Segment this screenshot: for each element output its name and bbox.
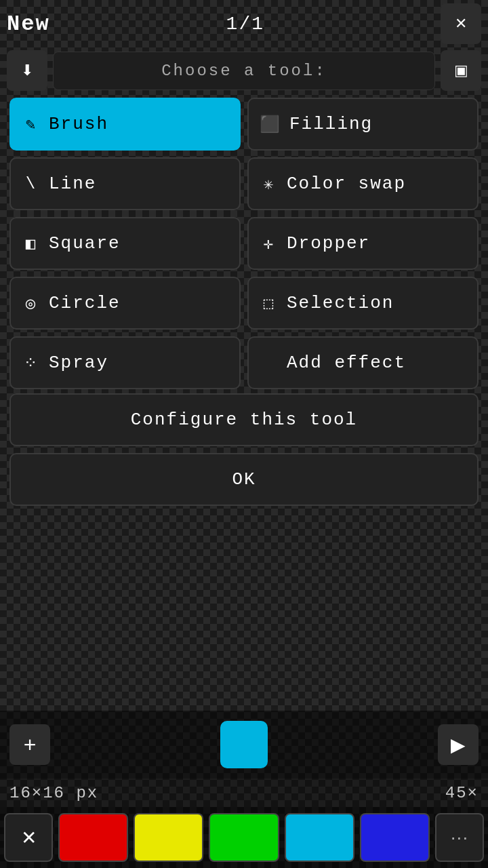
- palette-color-cyan[interactable]: [285, 813, 354, 862]
- spray-icon: ⁘: [22, 353, 41, 373]
- palette-more-button[interactable]: ···: [435, 813, 484, 862]
- choose-tool-label: Choose a tool:: [53, 52, 435, 90]
- configure-tool-button[interactable]: Configure this tool: [9, 393, 479, 446]
- color-swap-icon: ✳: [260, 174, 279, 194]
- dropper-icon: ✛: [260, 234, 279, 254]
- palette-color-green[interactable]: [209, 813, 279, 862]
- download-icon: ⬇: [21, 62, 33, 79]
- palette-close-icon: ✕: [21, 827, 37, 849]
- active-color-swatch[interactable]: [220, 721, 268, 768]
- line-icon: \: [22, 175, 41, 193]
- print-button[interactable]: ▣: [441, 50, 481, 91]
- page-indicator: 1/1: [226, 14, 264, 35]
- palette-close-button[interactable]: ✕: [4, 813, 53, 862]
- tool-line[interactable]: \ Line: [9, 157, 241, 210]
- play-icon: ▶: [451, 734, 466, 756]
- tool-grid: ✎ Brush ⬛ Filling \ Line ✳ Color swap ◧ …: [9, 98, 479, 389]
- wide-buttons: Configure this tool OK: [0, 393, 488, 506]
- circle-icon: ◎: [22, 294, 41, 313]
- close-button[interactable]: ✕: [441, 3, 481, 44]
- tool-dropper[interactable]: ✛ Dropper: [247, 217, 479, 270]
- palette-more-icon: ···: [451, 827, 468, 848]
- top-bar: New 1/1 ✕: [0, 0, 488, 47]
- bottom-toolbar: + ▶: [0, 711, 488, 778]
- tool-filling-label: Filling: [289, 114, 373, 134]
- tool-filling[interactable]: ⬛ Filling: [247, 98, 479, 151]
- palette-color-blue[interactable]: [360, 813, 430, 862]
- tool-circle-label: Circle: [49, 293, 121, 313]
- size-bar: 16×16 px 45×: [0, 778, 488, 807]
- download-button[interactable]: ⬇: [7, 50, 47, 91]
- tool-grid-container: ✎ Brush ⬛ Filling \ Line ✳ Color swap ◧ …: [0, 94, 488, 393]
- filling-icon: ⬛: [260, 115, 281, 134]
- close-icon: ✕: [455, 15, 467, 33]
- square-icon: ◧: [22, 234, 41, 254]
- second-bar: ⬇ Choose a tool: ▣: [0, 47, 488, 94]
- tool-dropper-label: Dropper: [287, 233, 370, 254]
- page-title: New: [7, 12, 50, 37]
- tool-brush-label: Brush: [49, 114, 108, 134]
- canvas-size-label: 16×16 px: [9, 784, 98, 802]
- canvas-area: [0, 513, 488, 711]
- tool-line-label: Line: [49, 174, 96, 194]
- tool-spray[interactable]: ⁘ Spray: [9, 336, 241, 389]
- tool-spray-label: Spray: [49, 353, 108, 373]
- brush-icon: ✎: [22, 115, 41, 134]
- tool-selection[interactable]: ⬚ Selection: [247, 277, 479, 330]
- tool-square[interactable]: ◧ Square: [9, 217, 241, 270]
- tool-add-effect[interactable]: Add effect: [247, 336, 479, 389]
- selection-icon: ⬚: [260, 294, 279, 313]
- palette-bar: ✕ ···: [0, 807, 488, 868]
- palette-color-red[interactable]: [58, 813, 128, 862]
- tool-add-effect-label: Add effect: [287, 353, 406, 373]
- tool-selection-label: Selection: [287, 293, 394, 313]
- add-layer-button[interactable]: +: [9, 724, 50, 765]
- play-button[interactable]: ▶: [438, 724, 479, 765]
- tool-brush[interactable]: ✎ Brush: [9, 98, 241, 151]
- zoom-level-label: 45×: [445, 784, 479, 802]
- ok-button[interactable]: OK: [9, 453, 479, 506]
- tool-color-swap[interactable]: ✳ Color swap: [247, 157, 479, 210]
- palette-color-yellow[interactable]: [134, 813, 203, 862]
- tool-circle[interactable]: ◎ Circle: [9, 277, 241, 330]
- add-icon: +: [24, 732, 37, 757]
- print-icon: ▣: [454, 62, 468, 79]
- tool-color-swap-label: Color swap: [287, 174, 406, 194]
- tool-square-label: Square: [49, 233, 121, 254]
